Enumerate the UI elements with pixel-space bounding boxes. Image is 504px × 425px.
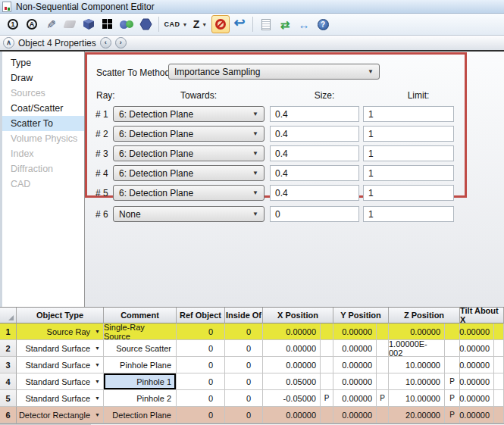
sidebar-item-type[interactable]: Type [2, 55, 84, 70]
comment-cell[interactable]: Pinhole 1 [104, 373, 177, 390]
col-header-inside-of[interactable]: Inside Of [225, 308, 263, 323]
x-pickup-flag[interactable] [321, 323, 333, 340]
comment-cell[interactable]: Detection Plane [104, 407, 177, 423]
ref-object-cell[interactable]: 0 [177, 390, 225, 407]
limit-input[interactable] [363, 106, 454, 122]
size-input[interactable] [270, 106, 359, 122]
ref-object-cell[interactable]: 0 [177, 407, 225, 423]
collapse-properties-button[interactable]: ∧ [3, 37, 14, 48]
object-type-cell[interactable]: Standard Surface▼ [17, 340, 104, 357]
row-number[interactable]: 4 [0, 373, 17, 390]
row-number[interactable]: 6 [0, 407, 17, 423]
tilt-pickup-flag[interactable] [494, 390, 504, 407]
y-pickup-flag[interactable]: P [377, 390, 389, 407]
table-corner[interactable] [0, 308, 17, 323]
tilt-about-x-cell[interactable]: 0.00000 [460, 373, 494, 390]
size-input[interactable] [270, 145, 359, 161]
tilt-pickup-flag[interactable] [494, 373, 504, 390]
compound-objects-button[interactable] [117, 15, 136, 33]
list-view-button[interactable] [257, 15, 275, 33]
x-position-cell[interactable]: 0.05000 [263, 373, 321, 390]
row-number[interactable]: 2 [0, 340, 17, 357]
col-header-x-position[interactable]: X Position [263, 308, 333, 323]
row-number[interactable]: 5 [0, 390, 17, 407]
tilt-pickup-flag[interactable] [494, 340, 504, 357]
object-type-cell[interactable]: Detector Rectangle▼ [17, 407, 104, 423]
row-number[interactable]: 3 [0, 357, 17, 373]
previous-object-button[interactable]: ‹ [100, 37, 111, 48]
y-position-cell[interactable]: 0.00000 [333, 407, 377, 423]
comment-cell[interactable]: Pinhole 2 [104, 390, 177, 407]
object-type-cell[interactable]: Source Ray▼ [17, 323, 104, 340]
sidebar-item-coat-scatter[interactable]: Coat/Scatter [2, 101, 84, 116]
z-pickup-flag[interactable]: P [445, 373, 460, 390]
z-position-cell[interactable]: 10.00000 [389, 373, 445, 390]
swap-objects-button[interactable]: ⇄ [276, 15, 294, 33]
y-pickup-flag[interactable] [377, 340, 389, 357]
edit-object-button[interactable]: ✎ [42, 15, 60, 33]
towards-dropdown[interactable]: 6: Detection Plane▼ [113, 106, 265, 122]
tilt-about-x-cell[interactable]: 0.00000 [460, 340, 494, 357]
z-position-cell[interactable]: 10.00000 [389, 357, 445, 373]
x-position-cell[interactable]: 0.00000 [263, 357, 321, 373]
size-input[interactable] [270, 165, 359, 181]
x-position-cell[interactable]: 0.00000 [263, 323, 321, 340]
inside-of-cell[interactable]: 0 [225, 373, 263, 390]
update-object-1-button[interactable]: 1 [4, 15, 22, 33]
towards-dropdown[interactable]: 6: Detection Plane▼ [113, 126, 265, 142]
inside-of-cell[interactable]: 0 [225, 390, 263, 407]
ref-object-cell[interactable]: 0 [177, 373, 225, 390]
z-pickup-flag[interactable] [445, 357, 460, 373]
limit-input[interactable] [363, 185, 454, 201]
flat-surface-button[interactable] [61, 15, 79, 33]
towards-dropdown[interactable]: 6: Detection Plane▼ [113, 185, 265, 201]
next-object-button[interactable]: › [115, 37, 127, 48]
object-type-cell[interactable]: Standard Surface▼ [17, 390, 104, 407]
x-position-cell[interactable]: 0.00000 [263, 340, 321, 357]
x-pickup-flag[interactable] [321, 407, 333, 423]
tilt-about-x-cell[interactable]: 0.00000 [460, 407, 494, 423]
zemax-menu-button[interactable]: Z▼ [189, 15, 211, 33]
z-pickup-flag[interactable] [445, 323, 460, 340]
limit-input[interactable] [363, 206, 454, 222]
x-pickup-flag[interactable]: P [321, 390, 333, 407]
object-array-button[interactable] [99, 15, 117, 33]
x-pickup-flag[interactable] [321, 340, 333, 357]
z-position-cell[interactable]: 10.00000 [389, 390, 445, 407]
z-pickup-flag[interactable]: P [445, 407, 460, 423]
update-all-button[interactable]: A [23, 15, 41, 33]
tilt-about-x-cell[interactable]: 0.00000 [460, 390, 494, 407]
tilt-pickup-flag[interactable] [494, 323, 504, 340]
x-position-cell[interactable]: -0.05000 [263, 390, 321, 407]
undo-button[interactable]: ↩ [230, 15, 249, 33]
x-pickup-flag[interactable] [321, 357, 333, 373]
towards-dropdown[interactable]: 6: Detection Plane▼ [113, 165, 265, 181]
sidebar-item-scatter-to[interactable]: Scatter To [2, 116, 84, 131]
y-position-cell[interactable]: 0.00000 [333, 323, 377, 340]
inside-of-cell[interactable]: 0 [225, 323, 263, 340]
col-header-comment[interactable]: Comment [104, 308, 177, 323]
y-pickup-flag[interactable] [377, 407, 389, 423]
z-position-cell[interactable]: 1.00000E-002 [389, 340, 445, 357]
polygon-object-button[interactable] [136, 15, 155, 33]
tilt-pickup-flag[interactable] [494, 407, 504, 423]
towards-dropdown[interactable]: 6: Detection Plane▼ [113, 145, 265, 161]
y-pickup-flag[interactable] [377, 373, 389, 390]
col-header-z-position[interactable]: Z Position [389, 308, 460, 323]
z-pickup-flag[interactable] [445, 340, 460, 357]
row-number[interactable]: 1 [0, 323, 17, 340]
limit-input[interactable] [363, 165, 454, 181]
comment-cell[interactable]: Source Scatter [104, 340, 177, 357]
y-position-cell[interactable]: 0.00000 [333, 340, 377, 357]
object-type-cell[interactable]: Standard Surface▼ [17, 373, 104, 390]
size-input[interactable] [270, 126, 359, 142]
x-position-cell[interactable]: 0.00000 [263, 407, 321, 423]
tilt-about-x-cell[interactable]: 0.00000 [460, 323, 494, 340]
ref-object-cell[interactable]: 0 [177, 340, 225, 357]
inside-of-cell[interactable]: 0 [225, 357, 263, 373]
tilt-pickup-flag[interactable] [494, 357, 504, 373]
fit-width-button[interactable]: ↔ [295, 15, 313, 33]
col-header-ref-object[interactable]: Ref Object [177, 308, 225, 323]
col-header-object-type[interactable]: Object Type [17, 308, 104, 323]
limit-input[interactable] [363, 126, 454, 142]
